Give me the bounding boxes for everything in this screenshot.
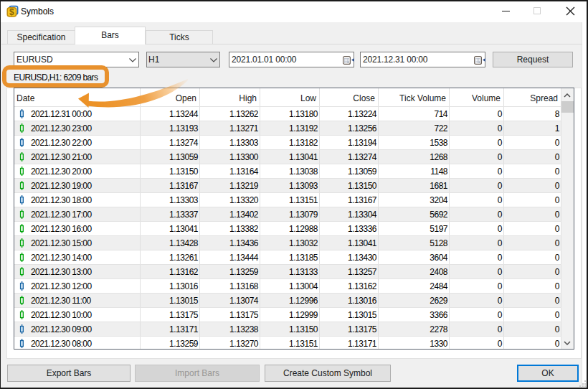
svg-text:$: $	[9, 7, 14, 17]
